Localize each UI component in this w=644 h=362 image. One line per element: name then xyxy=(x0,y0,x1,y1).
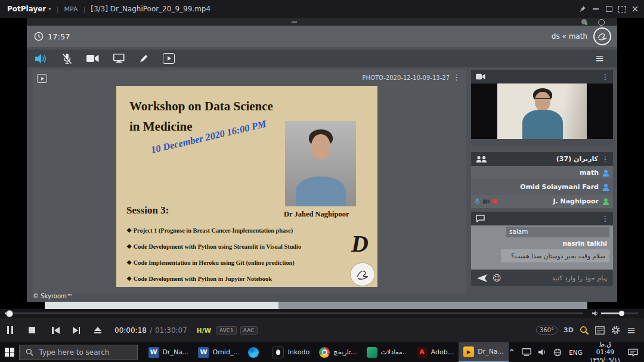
session-heading: Session 3: xyxy=(126,205,169,216)
pause-button[interactable] xyxy=(7,326,13,334)
drag-handle-icon xyxy=(292,21,297,23)
skyroom-toolbar: ≡ xyxy=(27,49,617,67)
app-menu-label[interactable]: PotPlayer xyxy=(7,5,46,13)
taskbar-app-word-1[interactable]: W Dr_Na... xyxy=(144,342,194,362)
tray-language[interactable]: ENG xyxy=(569,349,583,356)
zoom-search-button[interactable] xyxy=(580,326,589,335)
audio-codec-badge: AAC xyxy=(240,326,258,335)
taskbar-app-equations[interactable]: معادلات... xyxy=(362,342,412,362)
playlist-button[interactable] xyxy=(595,326,605,335)
tray-network-icon[interactable] xyxy=(553,348,562,357)
webcam-menu-button[interactable]: ⋮ xyxy=(602,73,609,81)
inkodo-icon xyxy=(272,346,284,358)
slide-title: Workshop on Data Science xyxy=(129,99,273,114)
skyroom-copyright: © Skyroom™ xyxy=(33,293,73,299)
volume-slider[interactable] xyxy=(601,313,638,314)
corner-play-button[interactable] xyxy=(37,74,47,83)
separator: | xyxy=(57,5,59,13)
chat-messages[interactable]: salam nasrin talkhi سلام وقت بخیر دوستان… xyxy=(471,225,613,270)
chevron-down-icon[interactable]: ▾ xyxy=(48,6,51,12)
hw-decoder-badge[interactable]: H/W xyxy=(197,327,211,334)
users-panel-header: کاربران (37) ⋮ xyxy=(471,152,613,166)
fullscreen-button[interactable] xyxy=(615,2,628,16)
taskbar-search-input[interactable]: Type here to search xyxy=(19,345,137,360)
seek-bar[interactable] xyxy=(5,313,583,314)
player-menu-button[interactable]: ≡ xyxy=(627,325,636,336)
3d-button[interactable]: 3D xyxy=(564,326,574,334)
webcam-feed[interactable] xyxy=(471,83,613,139)
slide-filename: PHOTO-2020-12-10-09-13-27 xyxy=(363,75,450,81)
skyroom-logo-icon[interactable] xyxy=(593,27,611,45)
user-mic-status-icon xyxy=(475,198,480,205)
toolbar-menu-button[interactable]: ≡ xyxy=(595,53,604,64)
user-row[interactable]: J. Naghipoor xyxy=(471,194,613,209)
chat-sender-name: nasrin talkhi xyxy=(563,240,607,247)
eject-button[interactable] xyxy=(94,327,101,334)
user-name: math xyxy=(580,169,599,177)
screen-share-button[interactable] xyxy=(113,54,125,63)
emoji-icon[interactable]: ☺ xyxy=(493,274,501,282)
webcam-panel-footer xyxy=(471,139,613,146)
tray-time: ق.ظ 01:49 xyxy=(590,341,621,356)
previous-button[interactable] xyxy=(52,327,60,334)
action-center-icon[interactable] xyxy=(628,348,638,357)
draw-pen-button[interactable] xyxy=(139,54,148,63)
settings-gear-button[interactable] xyxy=(611,325,621,335)
bullet-list: ❖ Project 1 (Prognose in Breast Cancer-I… xyxy=(126,227,323,282)
stop-button[interactable] xyxy=(29,327,35,333)
users-menu-button[interactable]: ⋮ xyxy=(602,156,609,163)
tray-clock[interactable]: ق.ظ 01:49 ۱۳۹۹/۰۹/۱۱ xyxy=(590,341,621,362)
clock-icon xyxy=(34,32,44,41)
start-button[interactable] xyxy=(0,342,19,362)
media-play-button[interactable] xyxy=(163,53,175,64)
taskbar-app-label: Adob... xyxy=(431,348,454,356)
user-person-icon xyxy=(602,184,609,191)
pin-button[interactable] xyxy=(576,2,589,16)
restore-button[interactable] xyxy=(602,2,615,16)
slide-menu-button[interactable]: ⋮ xyxy=(453,73,460,81)
vr-360-button[interactable]: 360° xyxy=(536,326,558,335)
user-cam-status-icon xyxy=(483,199,490,204)
pin-icon xyxy=(579,5,586,13)
taskbar-app-chrome[interactable]: تاریخچ... xyxy=(314,342,362,362)
tray-volume-icon[interactable] xyxy=(538,349,546,355)
volume-handle[interactable] xyxy=(619,311,624,316)
fullscreen-icon xyxy=(618,6,626,13)
speaker-button[interactable] xyxy=(35,54,48,64)
user-row[interactable]: Omid Solaymani Fard xyxy=(471,180,613,194)
seek-handle[interactable] xyxy=(6,310,13,317)
taskbar-app-edge[interactable] xyxy=(243,342,267,362)
video-display-area[interactable]: 17:57 ds « math xyxy=(0,18,644,309)
volume-icon[interactable] xyxy=(592,311,599,316)
slide: Workshop on Data Science in Medicine 10 … xyxy=(116,86,377,287)
taskbar-app-inkodo[interactable]: Inkodo xyxy=(267,342,314,362)
minimize-button[interactable] xyxy=(589,2,602,16)
room-name: ds « math xyxy=(552,32,587,41)
taskbar-app-potplayer-active[interactable]: ▶ Dr_Na... xyxy=(459,342,509,362)
word-icon: W xyxy=(198,347,209,358)
chat-menu-button[interactable]: ⋮ xyxy=(602,215,609,222)
next-button[interactable] xyxy=(73,327,80,334)
recorded-page-strip xyxy=(45,302,278,309)
search-icon xyxy=(26,348,33,356)
video-codec-badge: AVC1 xyxy=(216,326,237,335)
microphone-muted-button[interactable] xyxy=(62,53,72,64)
status-dot xyxy=(585,23,587,25)
volume-fill xyxy=(601,313,621,314)
tray-chevron-up[interactable]: ^ xyxy=(509,348,515,357)
user-row[interactable]: math xyxy=(471,166,613,180)
bullet-item: ❖ Code Implementation in Heroku using Gi… xyxy=(126,259,323,266)
close-button[interactable]: × xyxy=(628,2,642,16)
window-title: [3/3] Dr_NaghiPoor_20_9_99.mp4 xyxy=(91,5,210,13)
photo-face xyxy=(311,134,330,159)
chat-input-placeholder[interactable]: پیام خود را وارد کنید xyxy=(552,274,607,282)
taskbar-app-word-2[interactable]: W Omid_... xyxy=(193,342,243,362)
webcam-button[interactable] xyxy=(86,54,99,63)
speaker-name: Dr Jahed Naghipoor xyxy=(284,210,349,219)
taskbar-app-label: تاریخچ... xyxy=(333,348,357,356)
send-icon[interactable] xyxy=(477,274,487,282)
chat-message-bubble: salam xyxy=(506,227,609,237)
taskbar-app-adobe[interactable]: A Adob... xyxy=(412,342,459,362)
chat-message-bubble: سلام وقت بخیر دوستان صدا هست؟ xyxy=(501,249,609,262)
tray-display-icon[interactable] xyxy=(522,348,531,356)
